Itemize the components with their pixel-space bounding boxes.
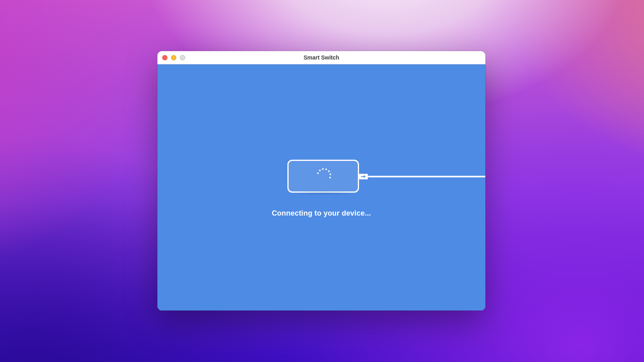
window-title: Smart Switch [157, 54, 485, 61]
content-area: Connecting to your device... [157, 64, 485, 311]
device-illustration [157, 64, 485, 311]
loading-spinner-icon [314, 166, 332, 183]
window-minimize-button[interactable] [171, 55, 176, 60]
window-close-button[interactable] [162, 55, 167, 60]
window-fullscreen-button[interactable] [180, 55, 185, 60]
usb-plug-icon [359, 174, 368, 179]
desktop-wallpaper: Smart Switch Connecting to your device..… [0, 0, 644, 362]
window-titlebar: Smart Switch [157, 51, 485, 64]
app-window: Smart Switch Connecting to your device..… [157, 51, 485, 311]
status-text: Connecting to your device... [157, 209, 485, 218]
usb-cable-icon [368, 176, 485, 177]
window-controls [162, 55, 185, 60]
